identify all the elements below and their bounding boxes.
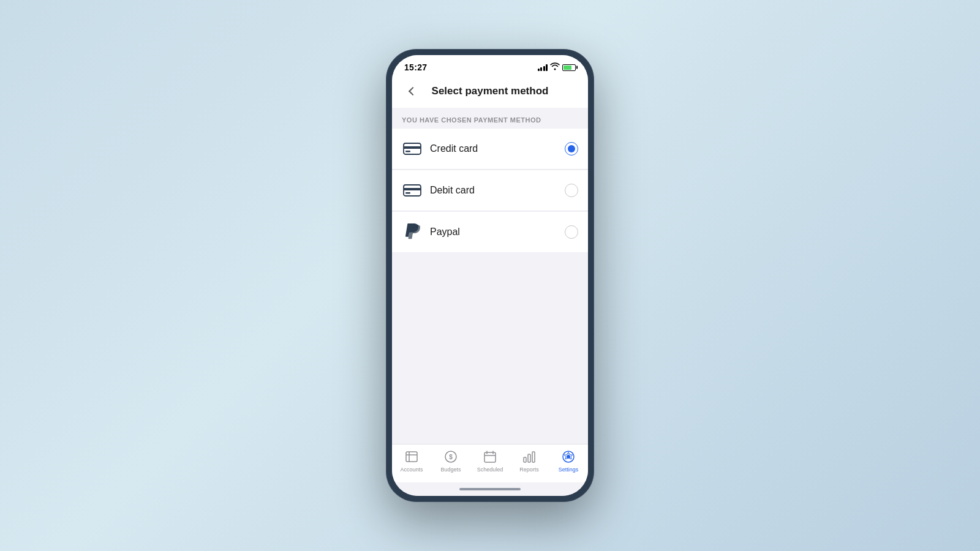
paypal-icon [402,222,423,242]
svg-rect-15 [524,457,526,462]
credit-card-label: Credit card [430,143,565,154]
debit-card-icon [402,180,423,201]
radio-inner-dot [568,145,575,152]
reports-tab-label: Reports [519,467,539,473]
debit-card-label: Debit card [430,185,565,196]
accounts-tab-label: Accounts [400,467,423,473]
settings-tab-label: Settings [559,467,579,473]
wifi-icon [551,63,559,72]
page-title: Select payment method [420,85,560,97]
tab-settings[interactable]: Settings [549,449,588,473]
tab-scheduled[interactable]: Scheduled [470,449,510,473]
scheduled-tab-label: Scheduled [477,467,503,473]
tab-accounts[interactable]: Accounts [392,449,431,473]
tab-budgets[interactable]: $ Budgets [431,449,470,473]
home-indicator [392,482,588,496]
settings-icon [561,449,576,464]
budgets-icon: $ [443,449,458,464]
svg-rect-6 [406,452,417,462]
payment-method-list: Credit card Debit card [392,129,588,253]
tab-bar: Accounts $ Budgets [392,444,588,482]
paypal-label: Paypal [430,227,565,238]
credit-card-radio[interactable] [565,142,578,156]
back-button[interactable] [402,82,420,100]
status-time: 15:27 [404,62,427,72]
svg-rect-16 [528,454,530,462]
signal-icon [538,64,548,71]
back-chevron-icon [408,87,417,96]
svg-rect-1 [404,146,421,149]
budgets-tab-label: Budgets [440,467,461,473]
payment-item-credit-card[interactable]: Credit card [392,129,588,170]
empty-content [392,253,588,444]
phone-screen: 15:27 [392,55,588,496]
credit-card-icon [402,138,423,159]
svg-rect-5 [405,192,410,194]
svg-rect-4 [404,188,421,190]
accounts-icon [404,449,419,464]
payment-item-debit-card[interactable]: Debit card [392,170,588,211]
status-icons [538,63,576,72]
content-area: YOU HAVE CHOSEN PAYMENT METHOD Credit ca… [392,108,588,444]
paypal-radio[interactable] [565,225,578,239]
tab-reports[interactable]: Reports [510,449,549,473]
home-bar [459,488,521,490]
scheduled-icon [483,449,497,464]
svg-rect-17 [532,452,535,462]
nav-bar: Select payment method [392,76,588,108]
svg-rect-11 [484,452,496,462]
payment-item-paypal[interactable]: Paypal [392,212,588,252]
svg-text:$: $ [449,454,453,460]
svg-rect-2 [405,151,410,152]
section-label: YOU HAVE CHOSEN PAYMENT METHOD [392,108,588,129]
status-bar: 15:27 [392,55,588,76]
debit-card-radio[interactable] [565,184,578,197]
reports-icon [522,449,537,464]
phone-shell: 15:27 [386,49,594,502]
battery-icon [562,64,576,71]
